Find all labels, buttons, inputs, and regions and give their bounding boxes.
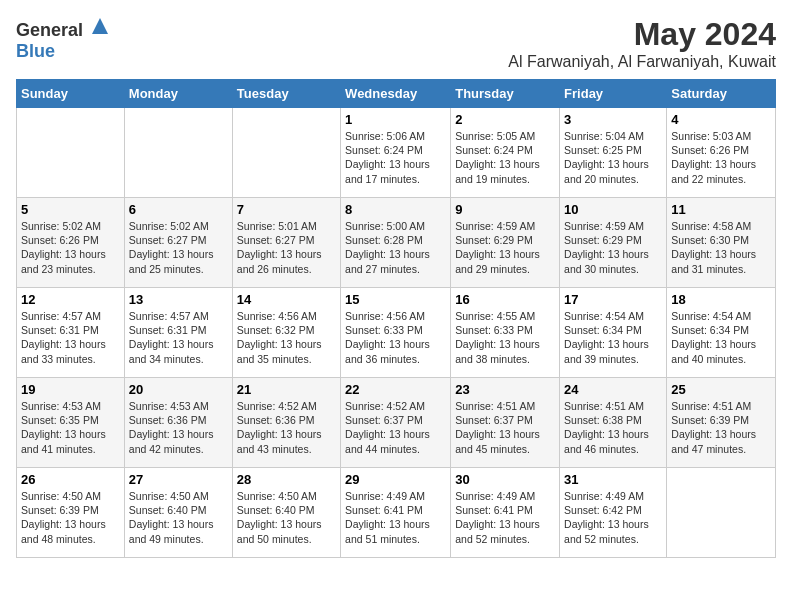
calendar-cell: 8Sunrise: 5:00 AM Sunset: 6:28 PM Daylig… [341, 198, 451, 288]
calendar-cell: 1Sunrise: 5:06 AM Sunset: 6:24 PM Daylig… [341, 108, 451, 198]
day-info: Sunrise: 5:05 AM Sunset: 6:24 PM Dayligh… [455, 129, 555, 186]
day-info: Sunrise: 5:06 AM Sunset: 6:24 PM Dayligh… [345, 129, 446, 186]
day-number: 26 [21, 472, 120, 487]
calendar-cell: 31Sunrise: 4:49 AM Sunset: 6:42 PM Dayli… [560, 468, 667, 558]
day-info: Sunrise: 4:59 AM Sunset: 6:29 PM Dayligh… [564, 219, 662, 276]
day-number: 4 [671, 112, 771, 127]
day-number: 1 [345, 112, 446, 127]
calendar-cell: 11Sunrise: 4:58 AM Sunset: 6:30 PM Dayli… [667, 198, 776, 288]
day-number: 2 [455, 112, 555, 127]
day-info: Sunrise: 5:00 AM Sunset: 6:28 PM Dayligh… [345, 219, 446, 276]
calendar-cell: 28Sunrise: 4:50 AM Sunset: 6:40 PM Dayli… [232, 468, 340, 558]
day-info: Sunrise: 4:51 AM Sunset: 6:38 PM Dayligh… [564, 399, 662, 456]
day-info: Sunrise: 4:49 AM Sunset: 6:41 PM Dayligh… [345, 489, 446, 546]
month-title: May 2024 [508, 16, 776, 53]
day-number: 30 [455, 472, 555, 487]
day-number: 31 [564, 472, 662, 487]
day-info: Sunrise: 4:52 AM Sunset: 6:36 PM Dayligh… [237, 399, 336, 456]
calendar-cell: 2Sunrise: 5:05 AM Sunset: 6:24 PM Daylig… [451, 108, 560, 198]
calendar-cell [667, 468, 776, 558]
day-number: 12 [21, 292, 120, 307]
day-info: Sunrise: 4:55 AM Sunset: 6:33 PM Dayligh… [455, 309, 555, 366]
svg-marker-0 [92, 18, 108, 34]
calendar-week-4: 19Sunrise: 4:53 AM Sunset: 6:35 PM Dayli… [17, 378, 776, 468]
column-header-tuesday: Tuesday [232, 80, 340, 108]
calendar-cell: 3Sunrise: 5:04 AM Sunset: 6:25 PM Daylig… [560, 108, 667, 198]
day-number: 8 [345, 202, 446, 217]
calendar-table: SundayMondayTuesdayWednesdayThursdayFrid… [16, 79, 776, 558]
day-info: Sunrise: 5:02 AM Sunset: 6:26 PM Dayligh… [21, 219, 120, 276]
calendar-cell: 23Sunrise: 4:51 AM Sunset: 6:37 PM Dayli… [451, 378, 560, 468]
day-number: 29 [345, 472, 446, 487]
column-header-sunday: Sunday [17, 80, 125, 108]
column-header-friday: Friday [560, 80, 667, 108]
day-info: Sunrise: 4:54 AM Sunset: 6:34 PM Dayligh… [564, 309, 662, 366]
logo-icon [90, 16, 110, 36]
calendar-cell: 24Sunrise: 4:51 AM Sunset: 6:38 PM Dayli… [560, 378, 667, 468]
day-number: 7 [237, 202, 336, 217]
column-header-monday: Monday [124, 80, 232, 108]
day-info: Sunrise: 4:51 AM Sunset: 6:37 PM Dayligh… [455, 399, 555, 456]
calendar-cell: 13Sunrise: 4:57 AM Sunset: 6:31 PM Dayli… [124, 288, 232, 378]
calendar-cell: 26Sunrise: 4:50 AM Sunset: 6:39 PM Dayli… [17, 468, 125, 558]
calendar-cell: 29Sunrise: 4:49 AM Sunset: 6:41 PM Dayli… [341, 468, 451, 558]
day-number: 14 [237, 292, 336, 307]
day-info: Sunrise: 4:50 AM Sunset: 6:39 PM Dayligh… [21, 489, 120, 546]
day-info: Sunrise: 4:49 AM Sunset: 6:41 PM Dayligh… [455, 489, 555, 546]
day-number: 24 [564, 382, 662, 397]
calendar-cell [17, 108, 125, 198]
day-number: 23 [455, 382, 555, 397]
day-number: 10 [564, 202, 662, 217]
calendar-cell: 4Sunrise: 5:03 AM Sunset: 6:26 PM Daylig… [667, 108, 776, 198]
day-number: 6 [129, 202, 228, 217]
calendar-cell: 20Sunrise: 4:53 AM Sunset: 6:36 PM Dayli… [124, 378, 232, 468]
calendar-cell: 12Sunrise: 4:57 AM Sunset: 6:31 PM Dayli… [17, 288, 125, 378]
day-info: Sunrise: 4:57 AM Sunset: 6:31 PM Dayligh… [21, 309, 120, 366]
day-number: 16 [455, 292, 555, 307]
day-info: Sunrise: 4:56 AM Sunset: 6:32 PM Dayligh… [237, 309, 336, 366]
calendar-cell: 22Sunrise: 4:52 AM Sunset: 6:37 PM Dayli… [341, 378, 451, 468]
calendar-cell: 6Sunrise: 5:02 AM Sunset: 6:27 PM Daylig… [124, 198, 232, 288]
column-header-thursday: Thursday [451, 80, 560, 108]
day-number: 17 [564, 292, 662, 307]
day-number: 3 [564, 112, 662, 127]
day-number: 5 [21, 202, 120, 217]
logo: General Blue [16, 16, 110, 62]
calendar-week-2: 5Sunrise: 5:02 AM Sunset: 6:26 PM Daylig… [17, 198, 776, 288]
title-area: May 2024 Al Farwaniyah, Al Farwaniyah, K… [508, 16, 776, 71]
calendar-cell: 9Sunrise: 4:59 AM Sunset: 6:29 PM Daylig… [451, 198, 560, 288]
day-info: Sunrise: 4:58 AM Sunset: 6:30 PM Dayligh… [671, 219, 771, 276]
day-info: Sunrise: 5:02 AM Sunset: 6:27 PM Dayligh… [129, 219, 228, 276]
day-number: 20 [129, 382, 228, 397]
calendar-cell: 14Sunrise: 4:56 AM Sunset: 6:32 PM Dayli… [232, 288, 340, 378]
calendar-cell: 7Sunrise: 5:01 AM Sunset: 6:27 PM Daylig… [232, 198, 340, 288]
day-info: Sunrise: 5:03 AM Sunset: 6:26 PM Dayligh… [671, 129, 771, 186]
day-number: 22 [345, 382, 446, 397]
day-info: Sunrise: 4:57 AM Sunset: 6:31 PM Dayligh… [129, 309, 228, 366]
day-number: 13 [129, 292, 228, 307]
day-info: Sunrise: 4:50 AM Sunset: 6:40 PM Dayligh… [129, 489, 228, 546]
calendar-cell: 21Sunrise: 4:52 AM Sunset: 6:36 PM Dayli… [232, 378, 340, 468]
day-info: Sunrise: 4:54 AM Sunset: 6:34 PM Dayligh… [671, 309, 771, 366]
calendar-cell: 17Sunrise: 4:54 AM Sunset: 6:34 PM Dayli… [560, 288, 667, 378]
day-number: 27 [129, 472, 228, 487]
day-info: Sunrise: 5:01 AM Sunset: 6:27 PM Dayligh… [237, 219, 336, 276]
day-number: 19 [21, 382, 120, 397]
calendar-cell: 19Sunrise: 4:53 AM Sunset: 6:35 PM Dayli… [17, 378, 125, 468]
day-info: Sunrise: 4:50 AM Sunset: 6:40 PM Dayligh… [237, 489, 336, 546]
day-number: 21 [237, 382, 336, 397]
calendar-header-row: SundayMondayTuesdayWednesdayThursdayFrid… [17, 80, 776, 108]
column-header-wednesday: Wednesday [341, 80, 451, 108]
location: Al Farwaniyah, Al Farwaniyah, Kuwait [508, 53, 776, 71]
day-number: 28 [237, 472, 336, 487]
logo-text: General Blue [16, 16, 110, 62]
day-info: Sunrise: 4:52 AM Sunset: 6:37 PM Dayligh… [345, 399, 446, 456]
calendar-cell: 16Sunrise: 4:55 AM Sunset: 6:33 PM Dayli… [451, 288, 560, 378]
day-info: Sunrise: 4:53 AM Sunset: 6:36 PM Dayligh… [129, 399, 228, 456]
page-header: General Blue May 2024 Al Farwaniyah, Al … [16, 16, 776, 71]
calendar-cell: 18Sunrise: 4:54 AM Sunset: 6:34 PM Dayli… [667, 288, 776, 378]
day-number: 25 [671, 382, 771, 397]
day-number: 15 [345, 292, 446, 307]
day-number: 9 [455, 202, 555, 217]
calendar-week-1: 1Sunrise: 5:06 AM Sunset: 6:24 PM Daylig… [17, 108, 776, 198]
